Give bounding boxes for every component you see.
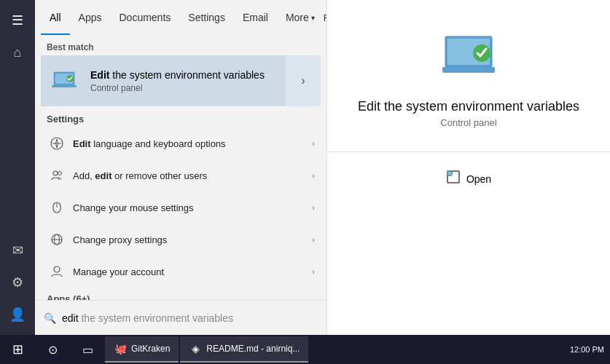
detail-laptop-icon xyxy=(439,33,498,84)
globe-icon xyxy=(47,229,67,250)
svg-rect-18 xyxy=(447,170,453,176)
gitkraken-icon: 🐙 xyxy=(114,342,127,355)
tab-email[interactable]: Email xyxy=(234,0,277,35)
best-match-text: Edit the system environment variables Co… xyxy=(87,63,286,99)
open-icon xyxy=(446,170,461,188)
settings-section-label: Settings xyxy=(35,106,326,127)
taskbar-clock: 12:00 PM xyxy=(570,345,604,354)
result-users[interactable]: Add, edit or remove other users › xyxy=(35,159,326,191)
account-chevron-icon: › xyxy=(312,267,315,276)
search-box[interactable]: 🔍 edit the system environment variables xyxy=(35,300,326,335)
account-item-text: Manage your account xyxy=(67,266,312,277)
sidebar-hamburger[interactable]: ☰ xyxy=(3,6,32,35)
sidebar-user[interactable]: 👤 xyxy=(3,300,32,329)
svg-point-12 xyxy=(54,266,60,272)
tab-apps[interactable]: Apps xyxy=(70,0,111,35)
users-chevron-icon: › xyxy=(312,171,315,180)
results-area: Best match Edit the system environmen xyxy=(35,35,326,300)
readme-label: README.md - anirniq... xyxy=(206,344,300,354)
detail-subtitle: Control panel xyxy=(440,117,496,128)
sidebar: ☰ ⌂ ✉ ⚙ 👤 xyxy=(0,0,35,335)
open-label: Open xyxy=(466,173,491,185)
sidebar-mail[interactable]: ✉ xyxy=(3,236,32,265)
taskbar-right: 12:00 PM xyxy=(570,345,610,354)
detail-divider xyxy=(327,151,610,152)
search-value-rest: the system environment variables xyxy=(79,312,233,324)
users-item-text: Add, edit or remove other users xyxy=(67,170,312,181)
svg-point-5 xyxy=(53,171,58,175)
search-value-highlight: edit xyxy=(62,312,79,324)
result-language[interactable]: Edit language and keyboard options › xyxy=(35,127,326,159)
taskbar: ⊞ ⊙ ▭ 🐙 GitKraken ◈ README.md - anirniq.… xyxy=(0,335,610,364)
taskbar-readme[interactable]: ◈ README.md - anirniq... xyxy=(180,336,308,363)
search-panel: All Apps Documents Settings Email More ▾… xyxy=(35,0,326,335)
account-icon xyxy=(47,261,67,282)
search-icon: 🔍 xyxy=(44,312,56,324)
best-match-arrow[interactable]: › xyxy=(286,55,321,106)
mouse-icon xyxy=(47,197,67,218)
gitkraken-label: GitKraken xyxy=(131,344,170,354)
taskbar-search-icon[interactable]: ⊙ xyxy=(35,335,70,364)
language-chevron-icon: › xyxy=(312,139,315,148)
taskbar-task-icon[interactable]: ▭ xyxy=(70,335,105,364)
tabs-bar: All Apps Documents Settings Email More ▾… xyxy=(35,0,326,35)
users-icon xyxy=(47,165,67,186)
detail-icon-wrapper xyxy=(439,29,498,87)
svg-rect-15 xyxy=(442,67,495,73)
open-button[interactable]: Open xyxy=(446,170,491,188)
result-mouse[interactable]: Change your mouse settings › xyxy=(35,191,326,223)
result-proxy[interactable]: Change proxy settings › xyxy=(35,223,326,256)
sidebar-settings[interactable]: ⚙ xyxy=(3,268,32,297)
apps-count-label: Apps (6+) xyxy=(35,288,326,300)
proxy-item-text: Change proxy settings xyxy=(67,234,312,245)
start-menu: ☰ ⌂ ✉ ⚙ 👤 All Apps Documents Settings Em… xyxy=(0,0,610,335)
tab-documents[interactable]: Documents xyxy=(110,0,179,35)
tab-all[interactable]: All xyxy=(41,0,70,35)
best-match-icon xyxy=(41,55,87,106)
mouse-item-text: Change your mouse settings xyxy=(67,202,312,213)
detail-title: Edit the system environment variables xyxy=(340,99,597,114)
laptop-checkmark-icon xyxy=(50,66,79,95)
best-match-label: Best match xyxy=(35,35,326,55)
keyboard-icon xyxy=(47,133,67,154)
svg-point-6 xyxy=(58,172,62,175)
taskbar-gitkraken[interactable]: 🐙 GitKraken xyxy=(105,336,179,363)
tab-more[interactable]: More ▾ xyxy=(277,0,324,35)
best-match-item[interactable]: Edit the system environment variables Co… xyxy=(41,55,321,106)
taskbar-apps: 🐙 GitKraken ◈ README.md - anirniq... xyxy=(105,335,570,364)
proxy-chevron-icon: › xyxy=(312,235,315,244)
more-chevron-icon: ▾ xyxy=(311,14,315,22)
result-account[interactable]: Manage your account › xyxy=(35,256,326,288)
mouse-chevron-icon: › xyxy=(312,203,315,212)
svg-rect-2 xyxy=(52,85,77,87)
best-match-subtitle: Control panel xyxy=(90,83,283,93)
tab-settings[interactable]: Settings xyxy=(179,0,234,35)
start-button[interactable]: ⊞ xyxy=(0,335,35,364)
language-item-text: Edit language and keyboard options xyxy=(67,138,312,149)
readme-icon: ◈ xyxy=(189,342,202,355)
best-match-title: Edit the system environment variables xyxy=(90,68,283,83)
detail-panel: Edit the system environment variables Co… xyxy=(326,0,610,335)
sidebar-home[interactable]: ⌂ xyxy=(3,38,32,67)
search-input[interactable]: edit the system environment variables xyxy=(62,312,233,324)
